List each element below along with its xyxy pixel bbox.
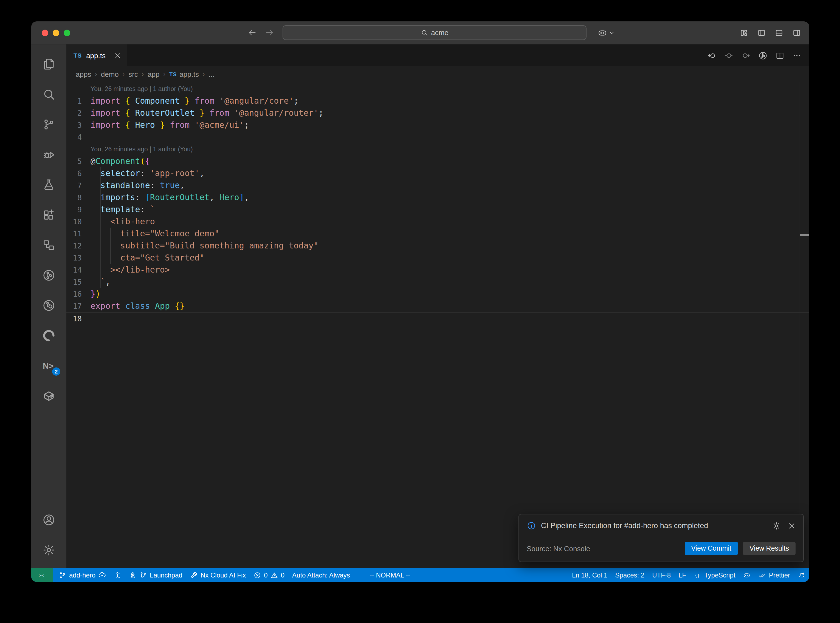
blame-annotation[interactable]: You, 26 minutes ago | 1 author (You) [66, 83, 809, 95]
line-number [66, 143, 91, 155]
toggle-panel-left-icon[interactable] [757, 28, 766, 37]
view-commit-button[interactable]: View Commit [685, 542, 738, 555]
code-text: subtitle="Build something amazing today" [91, 239, 809, 252]
activity-bar-item-explorer[interactable] [31, 49, 66, 79]
blame-annotation[interactable]: You, 26 minutes ago | 1 author (You) [66, 143, 809, 155]
toggle-panel-right-icon[interactable] [792, 28, 801, 37]
code-line: 8 imports: [RouterOutlet, Hero], [66, 192, 809, 204]
overview-ruler-mark [800, 234, 809, 236]
open-next-change-button[interactable] [741, 51, 751, 60]
debug-icon [42, 148, 55, 161]
status-vim-mode[interactable]: -- NORMAL -- [366, 568, 414, 582]
close-window-button[interactable] [42, 29, 48, 36]
code-text: selector: 'app-root', [91, 167, 809, 180]
activity-bar-item-settings[interactable] [31, 535, 66, 565]
code-lines: You, 26 minutes ago | 1 author (You)1imp… [66, 83, 809, 325]
status-indentation[interactable]: Spaces: 2 [611, 568, 648, 582]
status-nx-cloud-ai-fix[interactable]: Nx Cloud AI Fix [186, 568, 250, 582]
minimize-window-button[interactable] [53, 29, 59, 36]
breadcrumb-item-src[interactable]: src [128, 70, 138, 78]
view-results-button[interactable]: View Results [743, 542, 795, 555]
status-bar-right: Ln 18, Col 1Spaces: 2UTF-8LF{}TypeScript… [568, 568, 809, 582]
toggle-panel-bottom-icon[interactable] [775, 28, 783, 37]
more-actions-button[interactable] [792, 51, 802, 60]
split-editor-button[interactable] [775, 51, 785, 60]
status-branch-status[interactable]: add-hero [55, 568, 110, 582]
blame-text: You, 26 minutes ago | 1 author (You) [91, 143, 809, 155]
maximize-window-button[interactable] [64, 29, 70, 36]
status-encoding[interactable]: UTF-8 [648, 568, 674, 582]
scrollbar-track[interactable] [799, 82, 799, 568]
files-icon [42, 57, 55, 71]
code-line: 16}) [66, 288, 809, 300]
status-cursor-position[interactable]: Ln 18, Col 1 [568, 568, 611, 582]
breadcrumb-item-demo[interactable]: demo [101, 70, 119, 78]
open-previous-change-button[interactable] [707, 51, 717, 60]
notification-settings-icon[interactable] [772, 521, 781, 530]
breadcrumb-item--[interactable]: ... [209, 70, 215, 78]
project-icon [42, 238, 55, 252]
notification-toast: CI Pipeline Execution for #add-hero has … [519, 514, 804, 562]
status-notifications-bell[interactable] [794, 568, 809, 582]
copilot-menu[interactable] [597, 21, 614, 44]
tab-bar: TS app.ts [66, 44, 809, 66]
line-number: 11 [66, 228, 91, 239]
activity-bar-item-nx-console[interactable]: N>2 [31, 350, 66, 381]
status-remote-indicator[interactable]: >< [31, 568, 53, 582]
breadcrumb-item-apps[interactable]: apps [76, 70, 91, 78]
code-editor[interactable]: You, 26 minutes ago | 1 author (You)1imp… [66, 82, 809, 568]
code-text: }) [91, 288, 809, 300]
activity-bar-item-containers[interactable] [31, 381, 66, 411]
blame-text: You, 26 minutes ago | 1 author (You) [91, 83, 809, 95]
svg-text:N>: N> [43, 361, 54, 370]
breadcrumb-label: app [147, 70, 160, 78]
status-formatter-status[interactable]: Prettier [755, 568, 794, 582]
search-icon [42, 87, 55, 101]
nav-forward-icon[interactable] [265, 28, 274, 37]
notification-close-icon[interactable] [788, 522, 795, 529]
activity-bar-item-source-control[interactable] [31, 109, 66, 139]
status-copilot-status[interactable] [739, 568, 755, 582]
breadcrumb-item-app-ts[interactable]: TSapp.ts [169, 70, 199, 78]
breadcrumb-item-app[interactable]: app [147, 70, 160, 78]
activity-bar-item-testing[interactable] [31, 169, 66, 199]
bell-dot-icon [798, 571, 805, 579]
status-commits-status[interactable] [110, 568, 125, 582]
tab-app-ts[interactable]: TS app.ts [66, 44, 127, 66]
svg-text:><: >< [39, 572, 44, 578]
gitlens-icon [42, 269, 55, 282]
activity-bar-item-gitlens-search[interactable] [31, 290, 66, 320]
activity-bar-item-search[interactable] [31, 79, 66, 109]
line-number: 10 [66, 216, 91, 228]
status-problems-status[interactable]: 00 [250, 568, 288, 582]
activity-bar-item-run-debug[interactable] [31, 139, 66, 169]
activity-bar-item-project-structure[interactable] [31, 230, 66, 260]
code-text: <lib-hero [91, 216, 809, 228]
title-bar: acme [31, 21, 809, 44]
status-launchpad-status[interactable]: Launchpad [125, 568, 186, 582]
code-text: ></lib-hero> [91, 264, 809, 276]
code-line: 2import { RouterOutlet } from '@angular/… [66, 107, 809, 119]
activity-bar-item-edge-tools[interactable] [31, 320, 66, 350]
code-text: imports: [RouterOutlet, Hero], [91, 192, 809, 204]
open-change-button[interactable] [724, 51, 734, 60]
status-language-mode[interactable]: {}TypeScript [690, 568, 739, 582]
breadcrumb-separator: › [142, 71, 144, 77]
activity-bar-item-extensions[interactable] [31, 199, 66, 230]
status-eol[interactable]: LF [674, 568, 690, 582]
line-number: 13 [66, 252, 91, 264]
activity-bar-item-accounts[interactable] [31, 505, 66, 535]
breadcrumb: apps›demo›src›app›TSapp.ts›... [66, 66, 809, 82]
customize-layout-icon[interactable] [740, 28, 748, 37]
command-center-search[interactable]: acme [283, 25, 587, 40]
line-number: 14 [66, 264, 91, 276]
gear-icon [42, 543, 55, 556]
breadcrumb-label: app.ts [180, 70, 199, 78]
commit-graph-button[interactable] [758, 51, 768, 60]
close-tab-icon[interactable] [114, 52, 121, 59]
activity-bar-item-gitlens[interactable] [31, 260, 66, 290]
notification-source: Source: Nx Console [527, 544, 590, 552]
status-auto-attach[interactable]: Auto Attach: Always [288, 568, 354, 582]
status-label: Auto Attach: Always [292, 571, 350, 579]
nav-back-icon[interactable] [247, 28, 257, 37]
